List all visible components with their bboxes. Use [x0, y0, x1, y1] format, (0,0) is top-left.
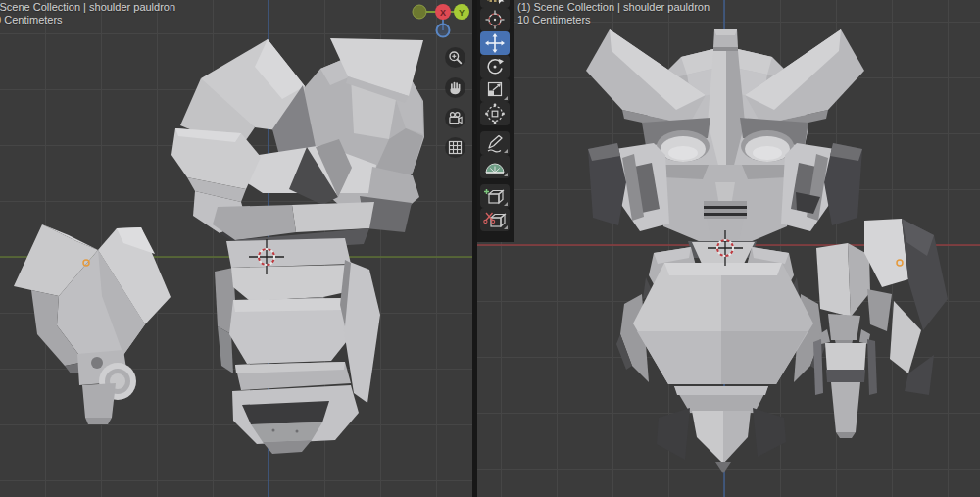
object-shoulder-pauldron-side[interactable]: [14, 224, 171, 424]
tool-move[interactable]: [480, 31, 510, 55]
viewport-left-units: 10 Centimeters: [0, 14, 63, 26]
gizmo-x-label: X: [440, 8, 446, 18]
viewport-right-units: 10 Centimeters: [517, 14, 591, 26]
viewport-right-header: (1) Scene Collection | shoulder pauldron: [517, 1, 710, 14]
zoom-button[interactable]: [445, 47, 466, 68]
scene-right: [477, 0, 980, 497]
blender-window: { "app": { "name": "Blender", "editor": …: [0, 0, 980, 497]
tool-options-corner: [504, 96, 508, 100]
tool-rotate[interactable]: [480, 55, 510, 78]
object-torso-side[interactable]: [215, 238, 380, 454]
rotate-icon: [480, 55, 510, 78]
gizmo-y-label: Y: [459, 8, 465, 18]
gizmo-neg-y-ball[interactable]: [413, 5, 426, 19]
grid-ortho-button[interactable]: [445, 137, 466, 158]
viewport-right[interactable]: (1) Scene Collection | shoulder pauldron…: [477, 0, 980, 497]
transform-icon: [480, 102, 510, 125]
select-box-icon: [480, 0, 510, 8]
viewport-left-header: (1) Scene Collection | shoulder pauldron: [0, 1, 175, 14]
grid-icon: [445, 137, 466, 158]
tool-transform[interactable]: [480, 102, 510, 125]
tool-options-corner: [504, 202, 508, 206]
object-arm-front[interactable]: [813, 243, 877, 438]
object-head-side[interactable]: [172, 38, 424, 252]
nav-gizmo[interactable]: X Y: [406, 0, 472, 43]
scene-left: [0, 0, 472, 497]
tool-options-corner: [504, 173, 508, 176]
tool-add-cube[interactable]: [480, 184, 510, 208]
viewport-left[interactable]: X Y: [0, 0, 472, 497]
camera-view-button[interactable]: [445, 108, 466, 128]
tool-options-corner: [504, 149, 508, 153]
tool-scale[interactable]: [480, 78, 510, 102]
hand-icon: [445, 77, 466, 98]
camera-icon: [445, 108, 466, 128]
tool-shelf: [477, 0, 514, 242]
object-shoulder-pauldron-front[interactable]: [864, 219, 948, 395]
tool-cursor[interactable]: [480, 8, 510, 31]
pan-button[interactable]: [445, 77, 466, 98]
tool-options-corner: [504, 225, 508, 229]
cursor-tool-icon: [480, 8, 510, 31]
object-head-front[interactable]: [586, 29, 864, 246]
magnifier-icon: [445, 47, 466, 68]
object-torso-front[interactable]: [616, 241, 826, 473]
tool-cut-cube[interactable]: [480, 208, 510, 231]
tool-annotate[interactable]: [480, 131, 510, 155]
tool-select-box[interactable]: [480, 0, 510, 8]
tool-measure[interactable]: [480, 155, 510, 178]
move-icon: [480, 31, 510, 55]
gizmo-neg-z-ball[interactable]: [437, 25, 450, 37]
